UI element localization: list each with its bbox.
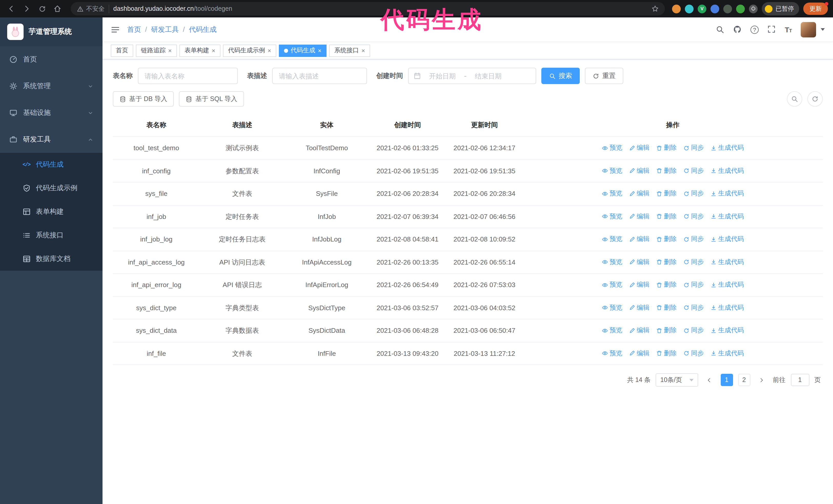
- extension-icon[interactable]: V: [698, 4, 706, 13]
- sync-link[interactable]: 同步: [683, 349, 704, 358]
- extension-icon[interactable]: [672, 4, 681, 13]
- goto-page-input[interactable]: [791, 374, 809, 386]
- table-desc-input[interactable]: [272, 68, 367, 84]
- close-icon[interactable]: ×: [318, 47, 322, 54]
- generate-code-link[interactable]: 生成代码: [711, 257, 744, 267]
- search-button[interactable]: 搜索: [541, 68, 580, 84]
- tab-codegen-example[interactable]: 代码生成示例×: [223, 44, 276, 57]
- generate-code-link[interactable]: 生成代码: [711, 326, 744, 336]
- edit-link[interactable]: 编辑: [629, 166, 649, 176]
- preview-link[interactable]: 预览: [602, 326, 622, 336]
- avatar-caret-icon[interactable]: [821, 28, 825, 31]
- sync-link[interactable]: 同步: [683, 235, 704, 244]
- bookmark-star-icon[interactable]: [651, 5, 659, 12]
- generate-code-link[interactable]: 生成代码: [711, 166, 744, 176]
- close-icon[interactable]: ×: [212, 47, 215, 54]
- extensions-puzzle-icon[interactable]: [749, 4, 758, 13]
- sync-link[interactable]: 同步: [683, 189, 704, 199]
- preview-link[interactable]: 预览: [602, 189, 622, 199]
- delete-link[interactable]: 删除: [656, 303, 677, 313]
- refresh-table-button[interactable]: [807, 91, 823, 106]
- sync-link[interactable]: 同步: [683, 303, 704, 313]
- edit-link[interactable]: 编辑: [629, 349, 649, 358]
- delete-link[interactable]: 删除: [656, 235, 677, 244]
- extension-icon[interactable]: [723, 4, 732, 13]
- preview-link[interactable]: 预览: [602, 303, 622, 313]
- preview-link[interactable]: 预览: [602, 349, 622, 358]
- preview-link[interactable]: 预览: [602, 143, 622, 153]
- search-icon[interactable]: [716, 25, 724, 34]
- reload-icon[interactable]: [36, 3, 48, 15]
- help-icon[interactable]: ?: [751, 25, 759, 33]
- page-button-2[interactable]: 2: [738, 374, 750, 386]
- extension-icon[interactable]: [685, 4, 694, 13]
- hamburger-icon[interactable]: [111, 25, 120, 34]
- tab-api[interactable]: 系统接口×: [329, 44, 370, 57]
- import-db-button[interactable]: 基于 DB 导入: [113, 91, 174, 106]
- sidebar-item-db-doc[interactable]: 数据库文档: [0, 247, 102, 271]
- preview-link[interactable]: 预览: [602, 280, 622, 290]
- sync-link[interactable]: 同步: [683, 166, 704, 176]
- security-status[interactable]: 不安全: [77, 4, 109, 13]
- sidebar-item-home[interactable]: 首页: [0, 46, 102, 73]
- edit-link[interactable]: 编辑: [629, 212, 649, 221]
- generate-code-link[interactable]: 生成代码: [711, 349, 744, 358]
- browser-update-button[interactable]: 更新: [803, 3, 828, 15]
- table-name-input[interactable]: [138, 68, 238, 84]
- sync-link[interactable]: 同步: [683, 143, 704, 153]
- sidebar-item-devtools[interactable]: 研发工具: [0, 126, 102, 153]
- reset-button[interactable]: 重置: [585, 68, 623, 84]
- sync-link[interactable]: 同步: [683, 280, 704, 290]
- preview-link[interactable]: 预览: [602, 166, 622, 176]
- date-range-picker[interactable]: -: [408, 68, 536, 84]
- tab-codegen[interactable]: 代码生成×: [279, 44, 327, 57]
- sidebar-item-system[interactable]: 系统管理: [0, 73, 102, 99]
- sync-link[interactable]: 同步: [683, 212, 704, 221]
- edit-link[interactable]: 编辑: [629, 326, 649, 336]
- avatar[interactable]: [801, 22, 816, 37]
- delete-link[interactable]: 删除: [656, 280, 677, 290]
- extension-icon[interactable]: [711, 4, 719, 13]
- delete-link[interactable]: 删除: [656, 326, 677, 336]
- font-size-icon[interactable]: TT: [785, 26, 792, 33]
- tab-home[interactable]: 首页: [111, 44, 133, 57]
- page-button-1[interactable]: 1: [720, 374, 733, 386]
- edit-link[interactable]: 编辑: [629, 189, 649, 199]
- delete-link[interactable]: 删除: [656, 189, 677, 199]
- fullscreen-icon[interactable]: [767, 25, 776, 34]
- sidebar-item-form-builder[interactable]: 表单构建: [0, 200, 102, 223]
- breadcrumb-devtools[interactable]: 研发工具: [151, 25, 179, 34]
- generate-code-link[interactable]: 生成代码: [711, 189, 744, 199]
- forward-icon[interactable]: [21, 3, 33, 15]
- import-sql-button[interactable]: 基于 SQL 导入: [179, 91, 244, 106]
- home-icon[interactable]: [51, 3, 64, 15]
- generate-code-link[interactable]: 生成代码: [711, 303, 744, 313]
- tab-form-builder[interactable]: 表单构建×: [180, 44, 220, 57]
- profile-chip[interactable]: 已暂停: [762, 2, 799, 16]
- sidebar-item-codegen[interactable]: </> 代码生成: [0, 153, 102, 176]
- delete-link[interactable]: 删除: [656, 166, 677, 176]
- close-icon[interactable]: ×: [168, 47, 172, 54]
- app-logo[interactable]: 芋道管理系统: [0, 18, 102, 46]
- edit-link[interactable]: 编辑: [629, 280, 649, 290]
- preview-link[interactable]: 预览: [602, 257, 622, 267]
- generate-code-link[interactable]: 生成代码: [711, 235, 744, 244]
- close-icon[interactable]: ×: [361, 47, 365, 54]
- edit-link[interactable]: 编辑: [629, 143, 649, 153]
- back-icon[interactable]: [5, 3, 18, 15]
- sidebar-item-infra[interactable]: 基础设施: [0, 99, 102, 126]
- delete-link[interactable]: 删除: [656, 143, 677, 153]
- sidebar-item-codegen-example[interactable]: 代码生成示例: [0, 176, 102, 200]
- generate-code-link[interactable]: 生成代码: [711, 280, 744, 290]
- extension-icon[interactable]: [736, 4, 745, 13]
- sync-link[interactable]: 同步: [683, 326, 704, 336]
- tab-trace[interactable]: 链路追踪×: [136, 44, 177, 57]
- prev-page-button[interactable]: [703, 374, 715, 386]
- delete-link[interactable]: 删除: [656, 257, 677, 267]
- sidebar-item-api[interactable]: 系统接口: [0, 223, 102, 247]
- edit-link[interactable]: 编辑: [629, 257, 649, 267]
- start-date-input[interactable]: [424, 72, 461, 80]
- breadcrumb-home[interactable]: 首页: [127, 25, 141, 34]
- github-icon[interactable]: [733, 25, 742, 34]
- next-page-button[interactable]: [755, 374, 768, 386]
